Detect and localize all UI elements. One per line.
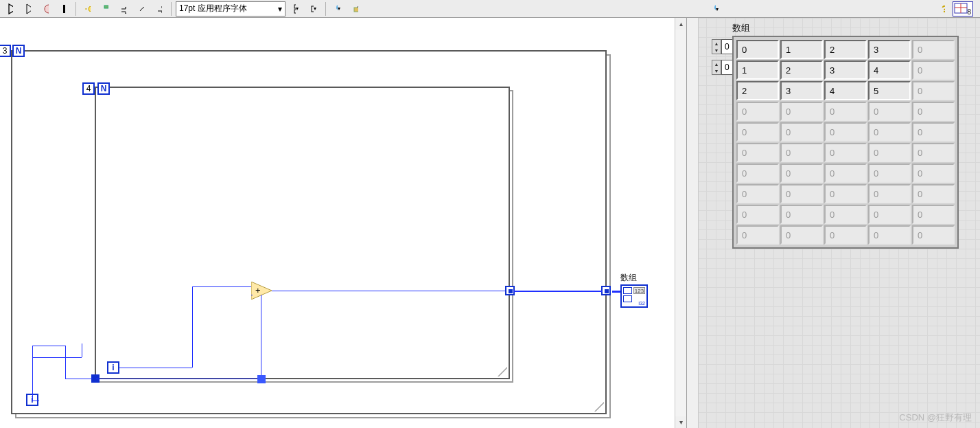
- array-cell[interactable]: 5: [868, 81, 911, 100]
- array-cell[interactable]: 0: [868, 102, 911, 121]
- panel-sync-button[interactable]: ▾: [708, 1, 723, 16]
- array-indicator-grid[interactable]: 0123012340234500000000000000000000000000…: [732, 36, 959, 249]
- wire: [192, 286, 193, 368]
- array-cell[interactable]: 0: [912, 143, 955, 162]
- array-cell[interactable]: 0: [868, 122, 911, 142]
- array-cell[interactable]: 0: [868, 143, 911, 162]
- front-panel[interactable]: 数组 ▲▼ 0 ▲▼ 0 012301234023450000000000000…: [686, 18, 980, 428]
- help-button[interactable]: ?: [935, 1, 950, 16]
- scroll-up-icon[interactable]: ▴: [675, 18, 687, 30]
- spin-up-icon: ▲: [712, 40, 721, 47]
- array-cell[interactable]: 0: [912, 60, 955, 80]
- highlight-exec-button[interactable]: [80, 1, 95, 16]
- cleanup-button[interactable]: ▾: [330, 1, 345, 16]
- array-cell[interactable]: 0: [780, 184, 823, 203]
- array-cell[interactable]: 0: [868, 164, 911, 183]
- array-cell[interactable]: 4: [868, 60, 911, 80]
- pause-button[interactable]: [56, 1, 71, 16]
- array-cell[interactable]: 0: [780, 122, 823, 142]
- array-cell[interactable]: 0: [824, 225, 867, 245]
- array-cell[interactable]: 0: [912, 205, 955, 224]
- array-cell[interactable]: 0: [912, 81, 955, 100]
- retain-wire-button[interactable]: [98, 1, 113, 16]
- wire: [261, 295, 261, 379]
- block-diagram-canvas[interactable]: 3 N i 4 N i +: [0, 18, 686, 428]
- array-cell[interactable]: 3: [868, 40, 911, 59]
- scroll-down-icon[interactable]: ▾: [675, 416, 687, 428]
- add-node[interactable]: +: [251, 282, 273, 298]
- array-cell[interactable]: 0: [912, 102, 955, 121]
- reorder-button[interactable]: [348, 1, 363, 16]
- watermark-text: CSDN @狂野有理: [899, 412, 972, 424]
- abort-button[interactable]: [38, 1, 54, 16]
- wire: [612, 291, 620, 293]
- array-cell[interactable]: 0: [912, 225, 955, 245]
- array-cell[interactable]: 0: [736, 40, 779, 59]
- array-cell[interactable]: 0: [780, 225, 823, 245]
- array-cell[interactable]: 2: [736, 81, 779, 100]
- array-cell[interactable]: 0: [824, 164, 867, 183]
- array-cell[interactable]: 0: [868, 205, 911, 224]
- wire: [251, 295, 253, 295]
- toolbar-sep: [75, 2, 76, 16]
- inner-count-constant[interactable]: 4: [82, 82, 95, 95]
- array-cell[interactable]: 2: [824, 40, 867, 59]
- array-cell[interactable]: 0: [780, 205, 823, 224]
- array-cell[interactable]: 0: [780, 102, 823, 121]
- step-out-button[interactable]: [152, 1, 167, 16]
- array-cell[interactable]: 0: [912, 122, 955, 142]
- array-cell[interactable]: 0: [868, 225, 911, 245]
- array-cell[interactable]: 0: [736, 102, 779, 121]
- fold-corner-icon: [594, 402, 604, 412]
- array-cell[interactable]: 4: [824, 81, 867, 100]
- diagram-scrollbar[interactable]: ▴ ▾: [675, 18, 686, 428]
- spin-up-icon: ▲: [712, 60, 721, 67]
- array-cell[interactable]: 0: [868, 184, 911, 203]
- wire: [96, 379, 261, 379]
- array-cell[interactable]: 3: [780, 81, 823, 100]
- array-cell[interactable]: 0: [736, 184, 779, 203]
- inner-N-terminal[interactable]: N: [97, 82, 110, 95]
- context-help-badge[interactable]: 8: [953, 1, 973, 16]
- array-cell[interactable]: 0: [912, 40, 955, 59]
- array-cell[interactable]: 0: [824, 184, 867, 203]
- array-cell[interactable]: 0: [824, 143, 867, 162]
- array-cell[interactable]: 0: [736, 225, 779, 245]
- distribute-button[interactable]: ▾: [306, 1, 321, 16]
- outer-count-constant[interactable]: 3: [0, 45, 11, 57]
- array-cell[interactable]: 0: [780, 143, 823, 162]
- font-selector[interactable]: 17pt 应用程序字体 ▾: [176, 1, 285, 16]
- align-button[interactable]: ▾: [288, 1, 303, 16]
- outer-output-tunnel[interactable]: [601, 286, 611, 295]
- wire: [192, 286, 251, 287]
- array-cell[interactable]: 0: [912, 164, 955, 183]
- array-cell[interactable]: 0: [824, 102, 867, 121]
- array-cell[interactable]: 0: [736, 205, 779, 224]
- array-cell[interactable]: 0: [780, 164, 823, 183]
- array-cell[interactable]: 0: [736, 122, 779, 142]
- panel-toolbar: ▾: [705, 0, 726, 18]
- array-cell[interactable]: 1: [736, 60, 779, 80]
- array-cell[interactable]: 0: [824, 205, 867, 224]
- outer-N-terminal[interactable]: N: [12, 45, 25, 57]
- array-cell[interactable]: 0: [736, 164, 779, 183]
- array-cell[interactable]: 0: [736, 143, 779, 162]
- outer-for-loop[interactable]: 3 N i 4 N i +: [11, 50, 609, 417]
- inner-for-loop[interactable]: 4 N i +: [95, 87, 508, 376]
- array-indicator-node[interactable]: 123 I32: [620, 284, 648, 308]
- scroll-track[interactable]: [675, 30, 686, 416]
- array-cell[interactable]: 0: [824, 122, 867, 142]
- array-cell[interactable]: 2: [780, 60, 823, 80]
- panel-scrollbar[interactable]: [687, 18, 699, 428]
- array-cell[interactable]: 0: [912, 184, 955, 203]
- plus-icon: +: [255, 285, 261, 295]
- array-cell[interactable]: 1: [780, 40, 823, 59]
- index-spinner[interactable]: ▲▼: [712, 39, 721, 54]
- index-spinner[interactable]: ▲▼: [712, 60, 721, 75]
- array-cell[interactable]: 3: [824, 60, 867, 80]
- run-cont-button[interactable]: [21, 1, 36, 16]
- inner-i-terminal[interactable]: i: [107, 361, 119, 374]
- run-button[interactable]: [3, 1, 18, 16]
- step-over-button[interactable]: [134, 1, 149, 16]
- step-into-button[interactable]: [116, 1, 131, 16]
